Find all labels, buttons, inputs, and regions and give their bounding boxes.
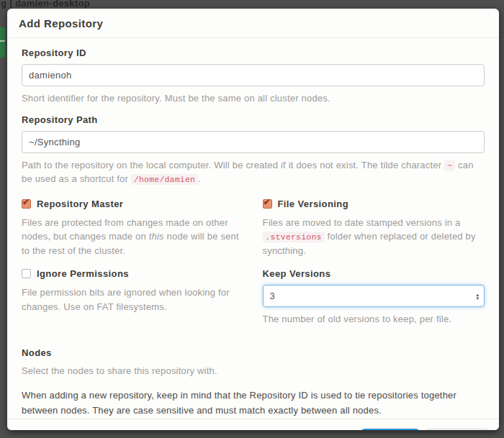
options-row: ✔ Repository Master Files are protected … <box>22 199 485 335</box>
options-right-column: ✔ File Versioning Files are moved to dat… <box>263 199 485 335</box>
save-button[interactable]: ✔ Save <box>361 429 419 430</box>
repository-id-help: Short identifier for the repository. Mus… <box>22 91 485 106</box>
repository-master-help: Files are protected from changes made on… <box>22 216 244 258</box>
background-green-panel-line <box>0 40 5 42</box>
repository-id-input[interactable] <box>22 64 485 86</box>
ignore-permissions-checkbox[interactable] <box>22 269 31 278</box>
dialog-title: Add Repository <box>19 17 487 29</box>
keep-versions-input[interactable]: 3 ▴ ▾ <box>263 285 485 307</box>
dialog-footer: ✔ Save ✖ Close <box>7 419 499 430</box>
repository-path-label: Repository Path <box>22 114 485 125</box>
repository-path-help-text: Path to the repository on the local comp… <box>22 160 444 170</box>
background-green-panel <box>0 27 5 58</box>
repository-master-label: Repository Master <box>37 199 123 209</box>
file-versioning-label: File Versioning <box>278 199 348 209</box>
repository-master-checkbox[interactable]: ✔ <box>22 199 31 209</box>
close-button[interactable]: ✖ Close <box>426 429 488 430</box>
nodes-label: Nodes <box>22 347 485 358</box>
file-versioning-checkbox-row[interactable]: ✔ File Versioning <box>263 199 485 209</box>
spinner-down-icon[interactable]: ▾ <box>476 296 479 300</box>
nodes-section: Nodes Select the nodes to share this rep… <box>22 347 485 378</box>
nodes-help: Select the nodes to share this repositor… <box>22 364 485 378</box>
home-path-code: /home/damien <box>131 174 198 185</box>
tilde-code: ~ <box>444 160 455 171</box>
file-versioning-group: ✔ File Versioning Files are moved to dat… <box>263 199 485 258</box>
number-spinner[interactable]: ▴ ▾ <box>476 293 479 300</box>
repository-path-help-text3: . <box>198 173 201 184</box>
repository-master-checkbox-row[interactable]: ✔ Repository Master <box>22 199 244 209</box>
keep-versions-value: 3 <box>270 291 477 301</box>
repository-path-group: Repository Path Path to the repository o… <box>22 114 485 186</box>
repository-id-group: Repository ID Short identifier for the r… <box>22 47 485 106</box>
dialog-body: Repository ID Short identifier for the r… <box>7 38 499 419</box>
ignore-permissions-checkbox-row[interactable]: Ignore Permissions <box>22 268 244 279</box>
keep-versions-help: The number of old versions to keep, per … <box>263 312 485 327</box>
options-left-column: ✔ Repository Master Files are protected … <box>22 199 244 335</box>
repository-id-note: When adding a new repository, keep in mi… <box>22 388 485 419</box>
add-repository-dialog: Add Repository Repository ID Short ident… <box>7 9 499 430</box>
checkbox-check-icon: ✔ <box>264 198 271 207</box>
repository-path-input[interactable] <box>22 131 485 153</box>
repository-master-help-emphasis: this <box>149 231 164 242</box>
repository-path-help: Path to the repository on the local comp… <box>22 158 485 186</box>
keep-versions-label: Keep Versions <box>263 268 485 279</box>
background-page-title: g | damien-desktop <box>1 0 90 9</box>
file-versioning-help-text: Files are moved to date stamped versions… <box>263 217 461 228</box>
checkbox-check-icon: ✔ <box>22 198 30 207</box>
repository-id-label: Repository ID <box>22 47 485 58</box>
ignore-permissions-help: File permission bits are ignored when lo… <box>22 286 244 314</box>
repository-master-group: ✔ Repository Master Files are protected … <box>22 199 244 258</box>
file-versioning-help: Files are moved to date stamped versions… <box>263 216 485 258</box>
ignore-permissions-label: Ignore Permissions <box>37 268 129 279</box>
stversions-code: .stversions <box>263 232 325 242</box>
dialog-header: Add Repository <box>7 9 499 38</box>
file-versioning-checkbox[interactable]: ✔ <box>263 199 272 209</box>
ignore-permissions-group: Ignore Permissions File permission bits … <box>22 268 244 314</box>
keep-versions-group: Keep Versions 3 ▴ ▾ The number of old ve… <box>263 268 485 327</box>
